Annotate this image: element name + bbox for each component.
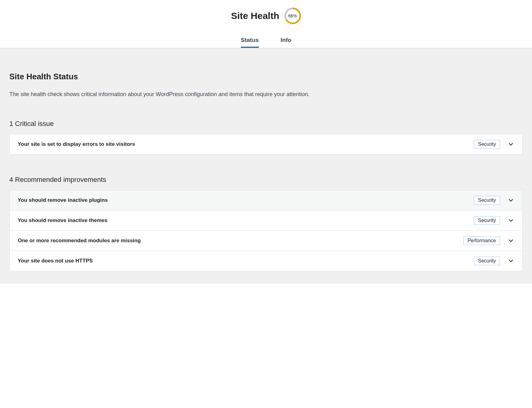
issue-right: Security — [474, 196, 514, 205]
issue-title: Your site does not use HTTPS — [18, 258, 93, 264]
issue-title: Your site is set to display errors to si… — [18, 141, 135, 147]
chevron-down-icon[interactable] — [507, 237, 514, 244]
progress-indicator: 66% — [284, 7, 301, 24]
issue-title: One or more recommended modules are miss… — [18, 238, 141, 244]
issue-right: Security — [474, 216, 514, 225]
badge-security: Security — [474, 216, 500, 225]
chevron-down-icon[interactable] — [507, 141, 514, 148]
chevron-down-icon[interactable] — [507, 217, 514, 224]
issue-right: Security — [474, 257, 514, 265]
section-description: The site health check shows critical inf… — [9, 90, 523, 99]
page-header: Site Health 66% Status Info — [0, 0, 532, 48]
critical-issue-item[interactable]: Your site is set to display errors to si… — [10, 134, 522, 154]
issue-right: Performance — [463, 236, 514, 245]
chevron-down-icon[interactable] — [507, 257, 514, 264]
recommended-heading: 4 Recommended improvements — [9, 176, 523, 184]
badge-security: Security — [474, 196, 500, 205]
recommended-issue-item[interactable]: One or more recommended modules are miss… — [10, 230, 522, 251]
badge-security: Security — [474, 140, 500, 149]
recommended-issue-item[interactable]: You should remove inactive pluginsSecuri… — [10, 190, 522, 210]
recommended-issue-item[interactable]: Your site does not use HTTPSSecurity — [10, 251, 522, 271]
tabs: Status Info — [0, 37, 532, 48]
header-title-row: Site Health 66% — [0, 7, 532, 24]
badge-performance: Performance — [463, 236, 500, 245]
chevron-down-icon[interactable] — [507, 197, 514, 204]
recommended-issue-list: You should remove inactive pluginsSecuri… — [9, 190, 523, 271]
progress-text: 66% — [288, 13, 297, 18]
recommended-issue-item[interactable]: You should remove inactive themesSecurit… — [10, 210, 522, 230]
badge-security: Security — [474, 257, 500, 265]
critical-issue-list: Your site is set to display errors to si… — [9, 134, 523, 155]
main-content: Site Health Status The site health check… — [0, 48, 532, 284]
issue-title: You should remove inactive themes — [18, 217, 108, 224]
section-heading: Site Health Status — [9, 72, 523, 81]
page-title: Site Health — [231, 11, 279, 21]
issue-right: Security — [474, 140, 514, 149]
issue-title: You should remove inactive plugins — [18, 197, 108, 203]
critical-heading: 1 Critical issue — [9, 120, 523, 128]
tab-status[interactable]: Status — [241, 37, 259, 48]
tab-info[interactable]: Info — [281, 37, 291, 48]
